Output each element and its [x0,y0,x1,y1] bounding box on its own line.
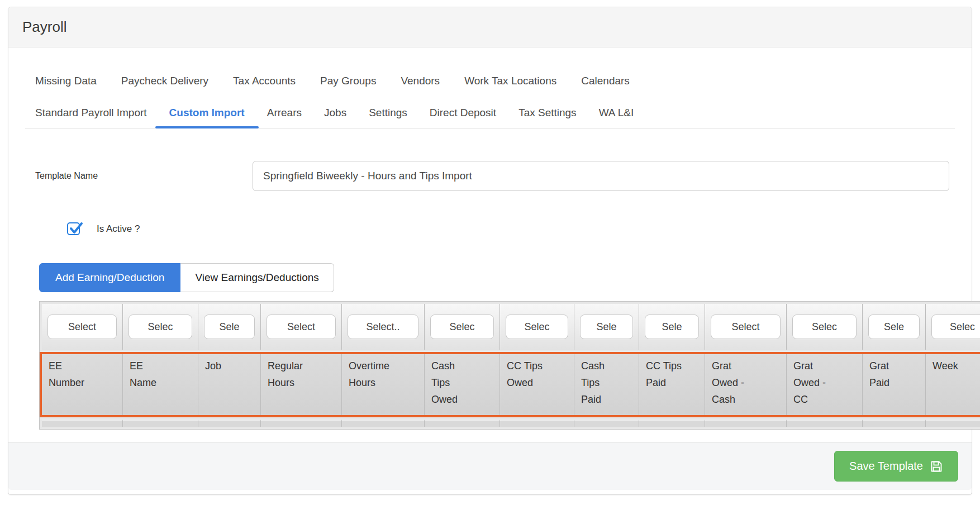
tab-pay-groups[interactable]: Pay Groups [320,70,376,96]
column-header-cash-tips-owed: Cash Tips Owed [425,354,500,415]
select-row: SelectSelecSeleSelectSelect..SelecSelecS… [40,302,980,352]
select-cell-cash-tips-paid: Sele [574,304,639,350]
template-name-label: Template Name [35,171,253,181]
tabs-row-1: Missing DataPaycheck DeliveryTax Account… [25,70,955,96]
is-active-row: Is Active ? [67,222,955,235]
select-dropdown-cc-tips-owed[interactable]: Selec [506,315,568,339]
select-cell-regular-hours: Select [261,304,342,350]
tab-calendars[interactable]: Calendars [581,70,630,96]
tab-settings[interactable]: Settings [369,102,407,128]
tab-arrears[interactable]: Arrears [267,102,302,128]
select-dropdown-cash-tips-owed[interactable]: Selec [430,315,494,339]
tab-paycheck-delivery[interactable]: Paycheck Delivery [121,70,208,96]
tabs-row-2: Standard Payroll ImportCustom ImportArre… [25,102,955,128]
header-row: EE NumberEE NameJobRegular HoursOvertime… [40,352,980,417]
select-row-group: SelectSelecSeleSelectSelect..SelecSelecS… [40,302,980,352]
save-template-button[interactable]: Save Template [834,451,958,482]
tab-tax-settings[interactable]: Tax Settings [518,102,577,128]
template-name-row: Template Name [35,161,949,191]
select-cell-grat-owed-cc: Selec [787,304,863,350]
select-cell-overtime-hours: Select.. [342,304,425,350]
tab-wa-l-i[interactable]: WA L&I [599,102,634,128]
select-dropdown-cc-tips-paid[interactable]: Sele [645,315,699,339]
select-dropdown-overtime-hours[interactable]: Select.. [348,315,418,339]
strip-cell [787,420,863,427]
partial-row-strip [40,417,980,429]
select-dropdown-cash-tips-paid[interactable]: Sele [580,315,633,339]
select-dropdown-grat-owed-cc[interactable]: Selec [792,315,857,339]
payroll-panel: Payroll Missing DataPaycheck DeliveryTax… [8,7,972,495]
tab-jobs[interactable]: Jobs [324,102,346,128]
column-header-cc-tips-paid: CC Tips Paid [639,354,705,415]
column-header-cc-tips-owed: CC Tips Owed [500,354,574,415]
is-active-label: Is Active ? [97,223,140,235]
tab-work-tax-locations[interactable]: Work Tax Locations [464,70,556,96]
select-cell-week: Selec [926,304,980,350]
column-header-grat-owed-cc: Grat Owed - CC [787,354,863,415]
column-header-week: Week [926,354,980,415]
strip-cell [198,420,261,427]
panel-heading: Payroll [8,7,972,47]
strip-cell [500,420,574,427]
strip-cell [863,420,926,427]
checkmark-icon [69,221,83,236]
tabs-row-2-wrap: Standard Payroll ImportCustom ImportArre… [25,102,955,128]
select-dropdown-grat-owed-cash[interactable]: Select [711,315,781,339]
column-header-ee-name: EE Name [123,354,198,415]
strip-cell [123,420,198,427]
template-name-input[interactable] [253,161,949,191]
column-header-grat-owed-cash: Grat Owed - Cash [705,354,787,415]
column-header-job: Job [198,354,261,415]
strip-cell [425,420,500,427]
select-cell-cash-tips-owed: Selec [425,304,500,350]
strip-cell [705,420,787,427]
tab-custom-import[interactable]: Custom Import [169,102,245,128]
view-earnings-deductions-button[interactable]: View Earnings/Deductions [180,263,334,292]
header-row-group: EE NumberEE NameJobRegular HoursOvertime… [40,352,980,417]
strip-cell [639,420,705,427]
column-header-grat-paid: Grat Paid [863,354,926,415]
panel-body: Missing DataPaycheck DeliveryTax Account… [8,70,972,442]
select-cell-ee-name: Selec [123,304,198,350]
panel-footer: Save Template [8,442,972,490]
select-dropdown-ee-number[interactable]: Select [47,315,117,339]
add-earning-deduction-button[interactable]: Add Earning/Deduction [39,263,180,292]
column-mapping-table: SelectSelecSeleSelectSelect..SelecSelecS… [39,301,980,430]
column-header-ee-number: EE Number [42,354,123,415]
select-cell-grat-paid: Sele [863,304,926,350]
save-floppy-icon [930,460,943,473]
strip-cell [342,420,425,427]
strip-cell [261,420,342,427]
strip-cell [42,420,123,427]
save-template-label: Save Template [849,460,923,473]
column-header-cash-tips-paid: Cash Tips Paid [574,354,639,415]
select-dropdown-ee-name[interactable]: Selec [129,315,192,339]
partial-row-strip-group [40,417,980,429]
select-cell-grat-owed-cash: Select [705,304,787,350]
page-title: Payroll [22,18,66,35]
column-header-overtime-hours: Overtime Hours [342,354,425,415]
select-dropdown-job[interactable]: Sele [204,315,255,339]
select-cell-cc-tips-paid: Sele [639,304,705,350]
column-header-regular-hours: Regular Hours [261,354,342,415]
is-active-checkbox[interactable] [67,222,80,235]
select-cell-job: Sele [198,304,261,350]
tab-vendors[interactable]: Vendors [401,70,440,96]
select-cell-cc-tips-owed: Selec [500,304,574,350]
earning-deduction-toggle: Add Earning/Deduction View Earnings/Dedu… [39,263,955,292]
select-dropdown-regular-hours[interactable]: Select [267,315,336,339]
tab-standard-payroll-import[interactable]: Standard Payroll Import [35,102,147,128]
select-dropdown-week[interactable]: Selec [931,315,980,339]
tab-direct-deposit[interactable]: Direct Deposit [430,102,496,128]
tab-tax-accounts[interactable]: Tax Accounts [233,70,296,96]
select-cell-ee-number: Select [42,304,123,350]
strip-cell [926,420,980,427]
tab-missing-data[interactable]: Missing Data [35,70,97,96]
strip-cell [574,420,639,427]
select-dropdown-grat-paid[interactable]: Sele [868,315,920,339]
